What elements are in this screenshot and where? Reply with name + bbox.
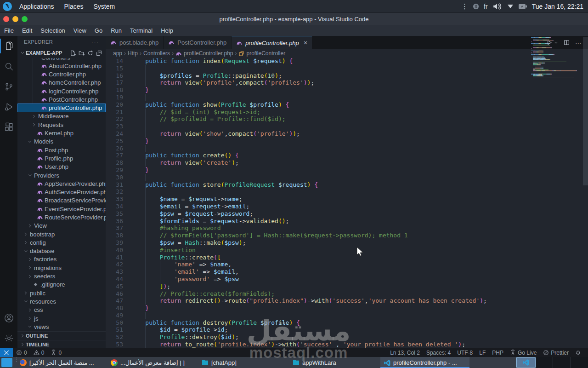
- tree-item-css[interactable]: css: [17, 306, 106, 314]
- panel-menu-places[interactable]: Places: [59, 3, 89, 10]
- menu-view[interactable]: View: [69, 25, 90, 36]
- bluetooth-icon[interactable]: [473, 3, 479, 10]
- taskbar-button-4[interactable]: profileController.php - ...: [380, 357, 469, 368]
- menu-edit[interactable]: Edit: [18, 25, 36, 36]
- explorer-more-actions[interactable]: ···: [91, 39, 99, 45]
- status-error[interactable]: 0: [13, 348, 30, 357]
- status-lf[interactable]: LF: [476, 350, 489, 356]
- menu-terminal[interactable]: Terminal: [126, 25, 157, 36]
- tree-item-js[interactable]: js: [17, 314, 106, 322]
- workspace-cell[interactable]: [536, 357, 553, 368]
- activity-search[interactable]: [0, 56, 17, 76]
- workspace-switcher[interactable]: [536, 357, 588, 368]
- breadcrumb-profileController[interactable]: profileController: [238, 50, 285, 57]
- tree-item-RouteServiceProvider-php[interactable]: RouteServiceProvider.php: [17, 213, 106, 221]
- tree-item-database[interactable]: database: [17, 247, 106, 255]
- tab-post-blade-php[interactable]: post.blade.php: [106, 36, 164, 49]
- vscode-launcher-icon[interactable]: [516, 357, 536, 368]
- tree-item-homeController-php[interactable]: homeController.php: [17, 79, 106, 87]
- activity-settings[interactable]: [0, 328, 17, 348]
- status-prettier[interactable]: Prettier: [540, 350, 572, 356]
- clock[interactable]: Tue Jan 16, 22:21: [532, 3, 583, 10]
- status-warning[interactable]: 0: [30, 348, 48, 357]
- new-file-icon[interactable]: [70, 50, 76, 56]
- activity-run-debug[interactable]: [0, 97, 17, 117]
- tab-PostController-php[interactable]: PostController.php: [164, 36, 232, 49]
- volume-icon[interactable]: [492, 2, 503, 11]
- panel-menu-applications[interactable]: Applications: [14, 3, 59, 10]
- taskbar-button-3[interactable]: appWithLara: [289, 357, 379, 368]
- status-go-live[interactable]: Go Live: [507, 350, 540, 356]
- tree-item-Profile-php[interactable]: Profile.php: [17, 154, 106, 162]
- tree-item-EventServiceProvider-php[interactable]: EventServiceProvider.php: [17, 205, 106, 213]
- activity-extensions[interactable]: [0, 117, 17, 137]
- tree-item-factories[interactable]: factories: [17, 255, 106, 264]
- status-ports[interactable]: 0: [47, 348, 65, 357]
- status-ln-13-col-2[interactable]: Ln 13, Col 2: [387, 350, 423, 356]
- battery-icon[interactable]: [518, 4, 527, 9]
- tree-item-Post-php[interactable]: Post.php: [17, 146, 106, 154]
- tree-item-View[interactable]: View: [17, 222, 106, 230]
- breadcrumb-Controllers[interactable]: Controllers: [143, 50, 170, 57]
- close-tab-icon[interactable]: ×: [304, 40, 307, 46]
- tree-item-loginController-php[interactable]: loginController.php: [17, 87, 106, 95]
- status-php[interactable]: PHP: [489, 350, 507, 356]
- workspace-cell[interactable]: [553, 357, 570, 368]
- menu-help[interactable]: Help: [157, 25, 177, 36]
- tree-item-BroadcastServiceProvider-php[interactable]: BroadcastServiceProvider.php: [17, 196, 106, 205]
- tree-item-config[interactable]: config: [17, 238, 106, 247]
- tree-item-AppServiceProvider-php[interactable]: AppServiceProvider.php: [17, 179, 106, 188]
- tree-item-public[interactable]: public: [17, 289, 106, 297]
- tree-item-PostController-php[interactable]: PostController.php: [17, 95, 106, 104]
- tree-item-Controller-php[interactable]: Controller.php: [17, 70, 106, 78]
- tree-item-Middleware[interactable]: Middleware: [17, 112, 106, 121]
- status-utf-8[interactable]: UTF-8: [454, 350, 476, 356]
- code-area[interactable]: 14 public function index(Request $reques…: [106, 58, 588, 348]
- collapse-all-icon[interactable]: [96, 50, 102, 56]
- status-bell[interactable]: [572, 350, 584, 356]
- menu-run[interactable]: Run: [107, 25, 126, 36]
- tab-profileController-php[interactable]: profileController.php×: [232, 36, 312, 49]
- activity-account[interactable]: [0, 308, 17, 328]
- activity-explorer[interactable]: [0, 36, 17, 56]
- minimap[interactable]: [529, 37, 581, 78]
- tree-item-Requests[interactable]: Requests: [17, 121, 106, 129]
- tree-item-views[interactable]: views: [17, 322, 106, 331]
- refresh-icon[interactable]: [87, 50, 93, 56]
- activity-source-control[interactable]: [0, 76, 17, 97]
- breadcrumb-app[interactable]: app: [113, 50, 122, 57]
- panel-menu-system[interactable]: System: [89, 3, 120, 10]
- section-outline[interactable]: OUTLINE: [17, 331, 106, 340]
- tree-item-migrations[interactable]: migrations: [17, 264, 106, 272]
- taskbar-button-2[interactable]: [chatApp]: [198, 357, 288, 368]
- taskbar-button-1[interactable]: ...إضافة معرض الأعمال | ]: [107, 357, 197, 368]
- tree-item-seeders[interactable]: seeders: [17, 272, 106, 280]
- remote-indicator[interactable]: [0, 348, 13, 357]
- section-timeline[interactable]: TIMELINE: [17, 340, 106, 349]
- editor-scrollbar[interactable]: [583, 37, 588, 185]
- breadcrumb-profileController-php[interactable]: profileController.php: [175, 50, 233, 57]
- tree-item-bootstrap[interactable]: bootstrap: [17, 230, 106, 238]
- breadcrumb-Http[interactable]: Http: [128, 50, 138, 57]
- status-spaces-4[interactable]: Spaces: 4: [423, 350, 454, 356]
- show-desktop-button[interactable]: [1, 358, 12, 367]
- menu-file[interactable]: File: [0, 25, 18, 36]
- tree-item-profileController-php[interactable]: profileController.php: [17, 104, 106, 112]
- distro-logo-icon[interactable]: [2, 1, 12, 12]
- tree-item-Kernel-php[interactable]: Kernel.php: [17, 129, 106, 137]
- menu-selection[interactable]: Selection: [36, 25, 69, 36]
- tree-item-AuthServiceProvider-php[interactable]: AuthServiceProvider.php: [17, 188, 106, 196]
- tree-item-AboutController-php[interactable]: AboutController.php: [17, 62, 106, 70]
- tray-menu-icon[interactable]: ⋮: [461, 2, 468, 11]
- workspace-cell[interactable]: [571, 357, 588, 368]
- tree-item-Models[interactable]: Models: [17, 138, 106, 146]
- network-icon[interactable]: [507, 4, 514, 9]
- new-folder-icon[interactable]: [79, 50, 85, 56]
- keyboard-layout[interactable]: fr: [484, 3, 488, 10]
- tree-item--gitignore[interactable]: .gitignore: [17, 281, 106, 289]
- taskbar-button-0[interactable]: [منصة العمل الحر الأكبر ...: [17, 357, 106, 368]
- tree-item-Providers[interactable]: Providers: [17, 171, 106, 179]
- menu-go[interactable]: Go: [90, 25, 107, 36]
- project-section-header[interactable]: EXAMPLE-APP: [17, 48, 106, 58]
- tree-row-partial[interactable]: Controllers: [17, 58, 106, 62]
